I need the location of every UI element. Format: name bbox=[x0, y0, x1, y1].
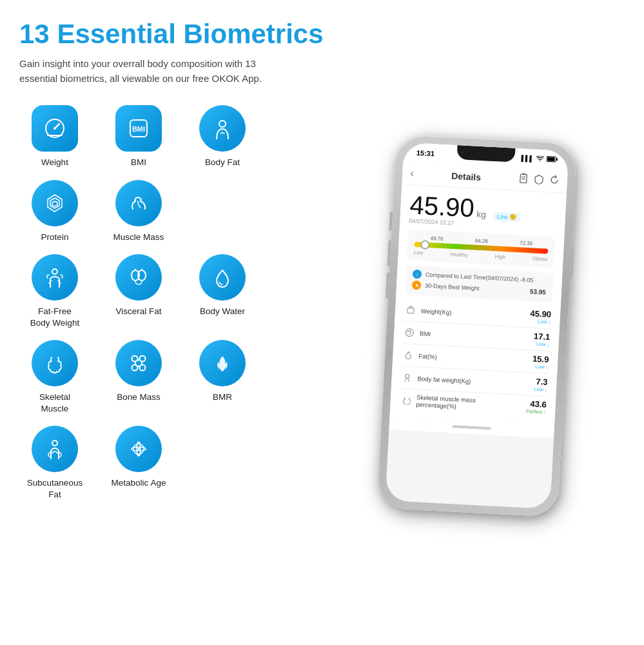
svg-point-18 bbox=[140, 356, 146, 362]
weight-value: 45.90 bbox=[409, 192, 474, 221]
volume-down-button bbox=[385, 273, 389, 299]
phone-container: 15:31 ▌▌▌ ‹ Details bbox=[329, 19, 625, 632]
svg-point-25 bbox=[52, 441, 57, 446]
metric-subcutaneous-fat: SubcutaneousFat bbox=[19, 426, 90, 500]
bmr-label: BMR bbox=[213, 392, 232, 403]
svg-point-29 bbox=[137, 448, 140, 450]
metrics-row-4: SkeletalMuscle bbox=[19, 340, 329, 414]
nav-title: Details bbox=[418, 168, 513, 184]
metric-visceral-fat: Visceral Fat bbox=[103, 254, 174, 317]
main-title: 13 Essential Biometrics bbox=[19, 19, 329, 49]
metric-bone-mass: Bone Mass bbox=[103, 340, 174, 403]
scale-val-1: 49.76 bbox=[430, 235, 443, 242]
phone-app-content: 45.90 kg Low 🙂 04/07/2024 15:27 49.76 64… bbox=[389, 185, 566, 426]
label-high: High bbox=[494, 253, 505, 260]
svg-point-17 bbox=[132, 356, 138, 362]
back-button[interactable]: ‹ bbox=[409, 166, 414, 180]
silent-button bbox=[389, 212, 393, 231]
metric-body-water: Body Water bbox=[187, 254, 258, 317]
signal-icon: ▌▌▌ bbox=[521, 155, 534, 162]
body-fat-weight-row-value: 7.3 Low ↓ bbox=[534, 377, 548, 393]
metrics-row-5: SubcutaneousFat Met bbox=[19, 426, 329, 500]
svg-rect-41 bbox=[407, 308, 413, 313]
fat-free-label: Fat-FreeBody Weight bbox=[30, 306, 79, 328]
refresh-icon[interactable] bbox=[549, 175, 560, 188]
notch bbox=[456, 145, 515, 163]
fat-row-number: 15.9 bbox=[532, 354, 549, 364]
body-fat-weight-row-label: Body fat weight(Kg) bbox=[417, 375, 531, 388]
svg-rect-34 bbox=[547, 157, 554, 161]
subtitle: Gain insight into your overrall body com… bbox=[19, 57, 264, 86]
weight-icon bbox=[32, 105, 78, 152]
status-time: 15:31 bbox=[416, 149, 434, 157]
metric-metabolic-age: Metabolic Age bbox=[103, 426, 174, 489]
skeletal-muscle-row-status: Perfect ↑ bbox=[525, 408, 546, 415]
skeletal-muscle-label: SkeletalMuscle bbox=[39, 392, 70, 414]
volume-up-button bbox=[387, 241, 391, 266]
fat-row-label: Fat(%) bbox=[418, 352, 529, 365]
bmi-icon: BMI bbox=[115, 105, 162, 152]
metric-data-list: Weight(Kg) 45.90 Low ↓ bbox=[398, 299, 551, 419]
body-fat-icon bbox=[199, 105, 246, 152]
fat-row-status: Low ↓ bbox=[532, 364, 549, 370]
weight-row-status: Low ↓ bbox=[529, 318, 551, 325]
svg-point-43 bbox=[405, 374, 409, 378]
weight-unit: kg bbox=[476, 209, 486, 220]
visceral-fat-label: Visceral Fat bbox=[115, 306, 161, 317]
battery-icon bbox=[546, 155, 558, 164]
metric-protein: Protein bbox=[19, 180, 90, 243]
muscle-mass-label: Muscle Mass bbox=[113, 232, 164, 243]
bone-mass-label: Bone Mass bbox=[117, 392, 161, 403]
label-low: Low bbox=[413, 250, 423, 256]
skeletal-muscle-row-icon bbox=[399, 393, 413, 407]
scale-bar-container: 49.76 64.28 72.35 Low Healthy High Obese bbox=[407, 229, 555, 268]
muscle-mass-icon bbox=[115, 180, 162, 226]
smiley-icon: 🙂 bbox=[509, 213, 517, 221]
scale-marker bbox=[420, 240, 429, 250]
nav-action-icons bbox=[518, 173, 560, 187]
svg-point-19 bbox=[132, 365, 138, 371]
bmi-label: BMI bbox=[131, 157, 146, 168]
metric-fat-free: Fat-FreeBody Weight bbox=[19, 254, 90, 328]
label-healthy: Healthy bbox=[450, 252, 468, 258]
fat-free-icon bbox=[32, 254, 78, 301]
weight-row-label: Weight(Kg) bbox=[420, 307, 526, 320]
scale-val-3: 72.35 bbox=[519, 240, 532, 246]
weight-row-icon bbox=[404, 303, 417, 317]
clipboard-icon[interactable] bbox=[518, 173, 529, 186]
body-fat-weight-row-number: 7.3 bbox=[534, 377, 547, 387]
svg-point-42 bbox=[405, 328, 413, 337]
metric-weight: Weight bbox=[19, 105, 90, 168]
body-fat-weight-row-status: Low ↓ bbox=[534, 386, 547, 393]
metrics-row-1: Weight BMI BMI bbox=[19, 105, 329, 168]
weight-label: Weight bbox=[41, 157, 68, 168]
status-icons: ▌▌▌ bbox=[521, 154, 558, 164]
body-fat-label: Body Fat bbox=[205, 157, 240, 168]
subcutaneous-fat-label: SubcutaneousFat bbox=[27, 477, 83, 500]
bmi-row-icon bbox=[402, 326, 416, 339]
fat-row-value: 15.9 Low ↓ bbox=[532, 354, 549, 370]
svg-point-2 bbox=[54, 127, 56, 130]
fat-row-icon bbox=[401, 348, 415, 362]
bmi-row-number: 17.1 bbox=[533, 332, 550, 342]
protein-icon bbox=[32, 180, 78, 226]
shield-icon[interactable] bbox=[533, 174, 544, 186]
svg-point-20 bbox=[140, 365, 146, 371]
svg-marker-9 bbox=[52, 201, 57, 206]
skeletal-muscle-row-value: 43.6 Perfect ↑ bbox=[525, 399, 547, 415]
bone-mass-icon bbox=[115, 340, 162, 386]
best-weight-icon: ★ bbox=[411, 281, 421, 290]
scale-val-2: 64.28 bbox=[474, 238, 487, 244]
metric-skeletal-muscle: SkeletalMuscle bbox=[19, 340, 90, 414]
weight-badge: Low 🙂 bbox=[492, 212, 521, 222]
phone-device: 15:31 ▌▌▌ ‹ Details bbox=[377, 134, 577, 517]
bmr-icon bbox=[199, 340, 246, 386]
label-obese: Obese bbox=[532, 255, 547, 262]
metabolic-age-icon bbox=[115, 426, 162, 472]
metric-bmr: BMR bbox=[187, 340, 258, 403]
bmi-row-value: 17.1 Low ↓ bbox=[533, 332, 551, 348]
best-weight-value: 53.95 bbox=[529, 288, 546, 295]
phone-screen: 15:31 ▌▌▌ ‹ Details bbox=[385, 143, 569, 510]
last-time-icon: ↑ bbox=[412, 270, 422, 279]
skeletal-muscle-row-label: Skeletal muscle masspercentage(%) bbox=[416, 393, 523, 413]
